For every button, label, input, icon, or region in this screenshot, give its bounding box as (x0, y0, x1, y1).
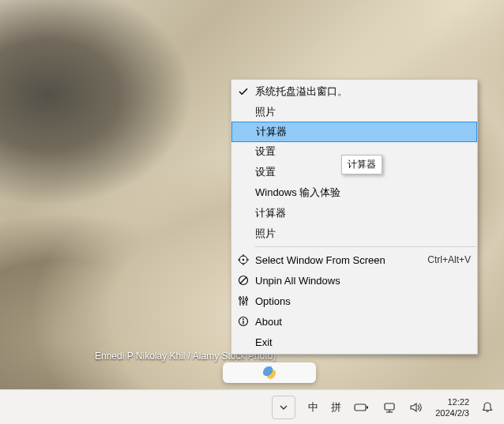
menu-item-calculator[interactable]: 计算器 (231, 122, 477, 142)
menu-label: Options (255, 295, 471, 307)
clock-date-text: 2024/2/3 (435, 407, 469, 418)
menu-label: 照片 (255, 227, 471, 241)
notifications-icon[interactable] (476, 392, 499, 423)
check-icon (231, 87, 255, 96)
menu-item-unpin-all[interactable]: Unpin All Windows (231, 270, 477, 291)
svg-point-11 (239, 298, 242, 300)
menu-label: Windows 输入体验 (255, 186, 471, 200)
menu-label: About (255, 316, 471, 328)
tray-context-menu: 系统托盘溢出窗口。 照片 计算器 设置 设置 Windows 输入体验 计算器 … (231, 79, 478, 355)
network-icon[interactable] (377, 392, 402, 423)
info-icon (231, 316, 255, 327)
menu-separator (255, 246, 476, 247)
menu-item-calculator-2[interactable]: 计算器 (231, 203, 477, 223)
sliders-icon (231, 295, 255, 306)
tray-overflow-button[interactable] (266, 392, 301, 423)
svg-point-12 (243, 302, 245, 304)
svg-rect-18 (367, 406, 368, 408)
svg-point-5 (243, 259, 244, 261)
no-icon (231, 275, 255, 286)
clock-time: 12:22 (447, 396, 469, 407)
menu-item-options[interactable]: Options (231, 291, 477, 311)
target-icon (231, 254, 255, 265)
menu-item-photos[interactable]: 照片 (231, 102, 477, 122)
volume-icon[interactable] (404, 392, 429, 423)
taskbar: 中 拼 12:22 2024/2/3 (0, 389, 504, 424)
svg-point-13 (246, 298, 248, 301)
battery-icon[interactable] (348, 392, 375, 423)
menu-item-overflow-window[interactable]: 系统托盘溢出窗口。 (231, 81, 477, 102)
ime-language[interactable]: 中 (303, 392, 324, 423)
menu-item-input-experience[interactable]: Windows 输入体验 (231, 182, 477, 203)
menu-label: 照片 (255, 105, 471, 119)
tooltip: 计算器 (341, 155, 382, 174)
menu-label: 计算器 (256, 125, 470, 139)
weather-icon (263, 366, 276, 379)
menu-item-select-window[interactable]: Select Window From Screen Ctrl+Alt+V (231, 250, 477, 270)
menu-label: 系统托盘溢出窗口。 (255, 84, 471, 99)
menu-label: Select Window From Screen (255, 254, 427, 266)
weather-popup[interactable] (223, 362, 316, 383)
menu-item-exit[interactable]: Exit (231, 332, 477, 352)
ime-mode[interactable]: 拼 (325, 392, 347, 423)
clock-date[interactable]: 12:22 2024/2/3 (431, 392, 474, 423)
menu-label: 计算器 (255, 206, 471, 220)
svg-line-7 (240, 277, 246, 283)
menu-item-photos-2[interactable]: 照片 (231, 223, 477, 244)
menu-shortcut: Ctrl+Alt+V (427, 254, 471, 265)
chevron-down-icon (279, 403, 288, 412)
menu-label: Exit (255, 336, 471, 348)
menu-item-about[interactable]: About (231, 311, 477, 332)
svg-rect-17 (355, 404, 366, 411)
menu-label: Unpin All Windows (255, 275, 471, 287)
svg-point-15 (243, 318, 244, 320)
svg-rect-19 (385, 403, 394, 410)
